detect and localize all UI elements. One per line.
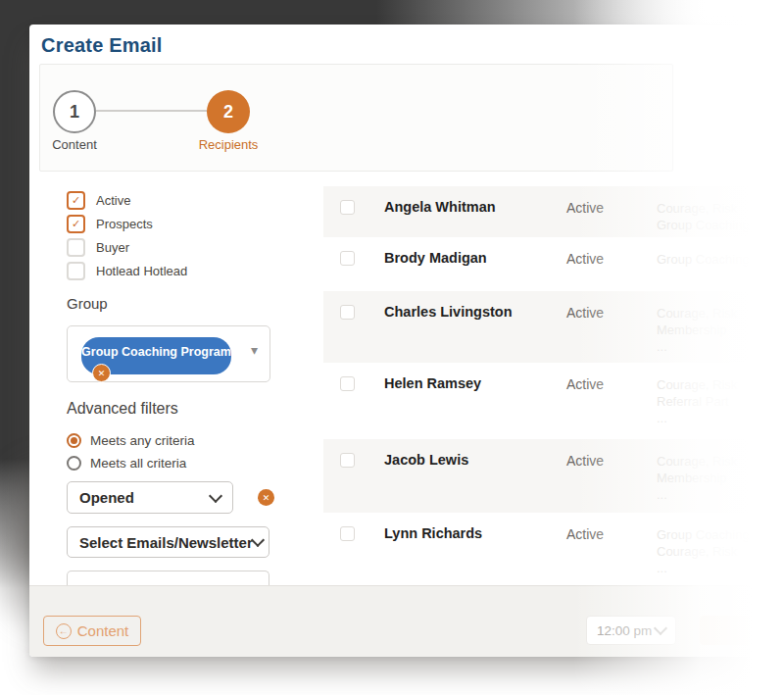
recipient-status: Active bbox=[566, 305, 604, 321]
step-recipients-circle[interactable]: 2 bbox=[207, 90, 250, 133]
recipient-name: Angela Whitman bbox=[384, 199, 496, 215]
tag-line: Courage, Risk bbox=[657, 454, 737, 469]
row-checkbox[interactable] bbox=[340, 251, 355, 266]
checkbox-item-active[interactable]: ✓ Active bbox=[67, 191, 130, 209]
modal-footer: ← Content 12:00 pm bbox=[29, 585, 755, 657]
tag-line: Courage, Risk bbox=[657, 377, 737, 392]
send-time-value: 12:00 pm bbox=[597, 623, 656, 638]
radio-meets-any[interactable]: Meets any criteria bbox=[67, 432, 195, 449]
tag-line: Group Coaching bbox=[657, 527, 750, 542]
recipients-list: Angela Whitman Active Courage, Risk Grou… bbox=[323, 186, 755, 585]
tag-line: Group Coaching bbox=[657, 252, 750, 267]
step-content-label: Content bbox=[25, 137, 123, 152]
checkbox-label: Active bbox=[96, 193, 130, 208]
chevron-down-icon bbox=[654, 621, 667, 635]
back-button-label: Content bbox=[77, 622, 129, 639]
recipient-tags: Courage, Risk Group Coaching bbox=[657, 200, 764, 233]
row-checkbox[interactable] bbox=[340, 200, 355, 215]
remove-tag-button[interactable]: ✕ bbox=[92, 364, 111, 382]
tag-line: ... bbox=[657, 487, 667, 502]
radio-meets-all[interactable]: Meets all criteria bbox=[67, 455, 186, 472]
step-wizard: 1 Content 2 Recipients bbox=[39, 64, 673, 172]
checkbox-checked[interactable]: ✓ bbox=[67, 215, 85, 233]
checkbox-item-buyer[interactable]: Buyer bbox=[67, 238, 129, 256]
table-row: Jacob Lewis Active Courage, Risk Members… bbox=[323, 439, 755, 513]
backdrop-top bbox=[0, 0, 784, 26]
create-email-modal: Create Email 1 Content 2 Recipients ✓ Ac… bbox=[29, 25, 755, 657]
radio-unselected[interactable] bbox=[67, 456, 81, 471]
radio-selected[interactable] bbox=[67, 433, 81, 448]
criteria-dropdown-value: Opened bbox=[79, 489, 211, 506]
recipient-status: Active bbox=[566, 526, 604, 542]
tag-line: Membership bbox=[657, 323, 727, 337]
step-recipients-label: Recipients bbox=[179, 137, 277, 152]
checkbox-label: Prospects bbox=[96, 217, 153, 231]
check-icon: ✓ bbox=[72, 195, 80, 206]
recipient-status: Active bbox=[566, 251, 604, 267]
table-row: Helen Ramsey Active Courage, Risk Referr… bbox=[323, 363, 755, 439]
recipient-name: Brody Madigan bbox=[384, 250, 487, 266]
advanced-filters-heading: Advanced filters bbox=[67, 400, 178, 418]
step-content-circle[interactable]: 1 bbox=[53, 90, 96, 133]
step-number: 2 bbox=[223, 102, 233, 123]
checkbox-unchecked[interactable] bbox=[67, 238, 85, 257]
tag-line: ... bbox=[657, 339, 667, 354]
checkbox-item-hotlead[interactable]: Hotlead Hotlead bbox=[67, 262, 187, 279]
table-row: Brody Madigan Active Group Coaching bbox=[323, 237, 755, 291]
back-to-content-button[interactable]: ← Content bbox=[43, 616, 141, 646]
arrow-left-circle-icon: ← bbox=[56, 623, 72, 639]
table-row: Charles Livingston Active Courage, Risk … bbox=[323, 291, 755, 363]
recipient-tags: Group Coaching Courage, Risk ... bbox=[657, 526, 764, 576]
page-title: Create Email bbox=[41, 34, 163, 57]
tag-line: Membership bbox=[657, 471, 727, 485]
emails-dropdown-value: Select Emails/Newsletter bbox=[79, 534, 253, 551]
remove-filter-button[interactable]: ✕ bbox=[258, 489, 274, 506]
recipient-status: Active bbox=[566, 200, 604, 216]
recipient-tags: Courage, Risk Membership ... bbox=[657, 453, 764, 503]
partial-dropdown[interactable] bbox=[67, 571, 270, 585]
recipient-name: Lynn Richards bbox=[384, 525, 482, 541]
tag-line: Courage, Risk bbox=[657, 201, 737, 216]
group-select[interactable]: Group Coaching Program ✕ ▾ bbox=[67, 325, 270, 382]
radio-label: Meets all criteria bbox=[90, 456, 186, 471]
caret-down-icon: ▾ bbox=[251, 342, 258, 358]
tag-line: Referral Part bbox=[657, 394, 729, 409]
recipient-name: Charles Livingston bbox=[384, 304, 513, 320]
chevron-down-icon bbox=[209, 488, 222, 502]
table-row: Angela Whitman Active Courage, Risk Grou… bbox=[323, 186, 755, 237]
tag-line: Courage, Risk bbox=[657, 544, 737, 559]
emails-newsletter-dropdown[interactable]: Select Emails/Newsletter bbox=[67, 526, 270, 558]
step-connector-line bbox=[96, 110, 207, 112]
tag-line: ... bbox=[657, 411, 667, 425]
recipient-name: Helen Ramsey bbox=[384, 375, 481, 391]
send-time-dropdown[interactable]: 12:00 pm bbox=[586, 616, 676, 645]
recipient-status: Active bbox=[566, 376, 604, 392]
row-checkbox[interactable] bbox=[340, 305, 355, 320]
row-checkbox[interactable] bbox=[340, 376, 355, 391]
row-checkbox[interactable] bbox=[340, 453, 355, 468]
radio-label: Meets any criteria bbox=[90, 433, 195, 448]
recipient-tags: Courage, Risk Membership ... bbox=[657, 305, 764, 355]
recipient-status: Active bbox=[566, 453, 604, 469]
close-icon: ✕ bbox=[98, 369, 106, 378]
group-heading: Group bbox=[67, 295, 108, 312]
recipient-tags: Courage, Risk Referral Part ... bbox=[657, 376, 764, 426]
checkbox-label: Hotlead Hotlead bbox=[96, 264, 187, 278]
checkbox-label: Buyer bbox=[96, 240, 129, 255]
criteria-dropdown[interactable]: Opened bbox=[67, 481, 233, 514]
tag-line: ... bbox=[657, 561, 667, 575]
close-icon: ✕ bbox=[263, 493, 270, 503]
checkbox-checked[interactable]: ✓ bbox=[67, 191, 85, 210]
table-row: Lynn Richards Active Group Coaching Cour… bbox=[323, 513, 755, 585]
checkbox-unchecked[interactable] bbox=[67, 262, 85, 280]
tag-line: Courage, Risk bbox=[657, 306, 737, 321]
recipient-tags: Group Coaching bbox=[657, 251, 764, 268]
step-number: 1 bbox=[70, 102, 79, 123]
faded-send-button[interactable] bbox=[700, 616, 764, 645]
recipient-name: Jacob Lewis bbox=[384, 452, 468, 468]
row-checkbox[interactable] bbox=[340, 526, 355, 541]
checkbox-item-prospects[interactable]: ✓ Prospects bbox=[67, 215, 153, 232]
group-tag-label: Group Coaching Program bbox=[81, 345, 231, 359]
check-icon: ✓ bbox=[72, 219, 80, 229]
tag-line: Group Coaching bbox=[657, 218, 750, 232]
